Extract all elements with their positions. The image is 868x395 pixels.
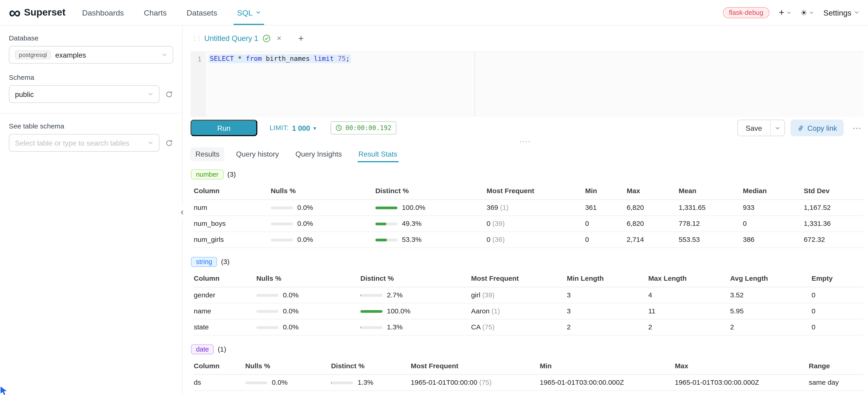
cell-distinct: 100.0% bbox=[375, 200, 487, 216]
sun-icon: ☀ bbox=[800, 8, 807, 17]
distinct-pct: 2.7% bbox=[387, 291, 403, 299]
sql-keyword: from bbox=[246, 55, 262, 63]
save-split-button: Save bbox=[737, 120, 784, 136]
distinct-pct: 1.3% bbox=[387, 324, 403, 331]
mf-value: girl bbox=[471, 291, 480, 299]
cell-mean: 778.12 bbox=[679, 216, 743, 232]
mf-count: (75) bbox=[482, 324, 495, 331]
col-header: Max Length bbox=[648, 270, 730, 287]
header-row: Column Nulls % Distinct % Most Frequent … bbox=[194, 358, 864, 375]
distinct-pct: 100.0% bbox=[387, 307, 410, 315]
sql-text bbox=[334, 55, 338, 63]
sql-text: ; bbox=[346, 55, 350, 63]
nulls-pct: 0.0% bbox=[283, 324, 299, 331]
more-options-button[interactable]: ⋯ bbox=[850, 123, 863, 133]
chevron-down-icon bbox=[162, 52, 167, 58]
mf-value: 1965-01-01T00:00:00 bbox=[411, 379, 477, 387]
cell-max: 2,714 bbox=[627, 232, 679, 248]
toolbar-right: Save Copy link ⋯ bbox=[737, 120, 864, 136]
superset-sql-lab: ∞ Superset Dashboards Charts Datasets SQ… bbox=[0, 0, 868, 395]
copy-link-button[interactable]: Copy link bbox=[790, 120, 844, 136]
new-item-button[interactable]: + bbox=[779, 9, 791, 17]
nav-item-dashboards[interactable]: Dashboards bbox=[82, 0, 124, 25]
refresh-schemas-icon[interactable] bbox=[165, 90, 173, 98]
tab-query-history[interactable]: Query history bbox=[231, 147, 284, 161]
table-select[interactable]: Select table or type to search tables bbox=[9, 134, 159, 152]
save-button[interactable]: Save bbox=[738, 120, 770, 136]
cell-max: 6,820 bbox=[627, 216, 679, 232]
col-header: Most Frequent bbox=[471, 270, 567, 287]
pane-resizer-handle[interactable]: •••• bbox=[183, 139, 868, 145]
nulls-pct: 0.0% bbox=[297, 204, 313, 211]
col-header: Min Length bbox=[567, 270, 648, 287]
col-header: Avg Length bbox=[730, 270, 811, 287]
col-header: Column bbox=[194, 358, 245, 375]
cell-nulls: 0.0% bbox=[256, 287, 360, 303]
collapse-panel-button[interactable]: ‹ bbox=[177, 206, 187, 219]
superset-brand[interactable]: ∞ Superset bbox=[9, 5, 66, 20]
nulls-bar bbox=[245, 381, 268, 384]
cell-distinct: 49.3% bbox=[375, 216, 487, 232]
schema-field: Schema public bbox=[9, 73, 173, 103]
schema-select[interactable]: public bbox=[9, 85, 159, 103]
sql-code-editor[interactable]: 1 SELECT * from birth_names limit 75; bbox=[190, 52, 863, 117]
cell-stddev: 672.32 bbox=[804, 232, 864, 248]
cell-nulls: 0.0% bbox=[271, 200, 375, 216]
nulls-bar bbox=[256, 310, 278, 312]
settings-label: Settings bbox=[824, 8, 851, 17]
cell-avg-length: 2 bbox=[730, 319, 811, 335]
close-tab-icon[interactable]: ✕ bbox=[277, 35, 282, 42]
chevron-down-icon bbox=[809, 10, 814, 14]
nav-item-datasets[interactable]: Datasets bbox=[186, 0, 217, 25]
theme-toggle-button[interactable]: ☀ bbox=[800, 8, 814, 17]
tab-result-stats[interactable]: Result Stats bbox=[353, 147, 402, 161]
cell-nulls: 0.0% bbox=[245, 375, 331, 391]
cell-min-length: 3 bbox=[567, 287, 648, 303]
distinct-pct: 53.3% bbox=[402, 236, 422, 244]
nulls-bar bbox=[256, 294, 278, 297]
cell-nulls: 0.0% bbox=[256, 319, 360, 335]
tab-results[interactable]: Results bbox=[190, 147, 224, 161]
nulls-pct: 0.0% bbox=[283, 307, 299, 315]
editor-print-margin bbox=[474, 52, 475, 117]
mf-value: Aaron bbox=[471, 307, 490, 315]
database-select[interactable]: postgresql examples bbox=[9, 46, 173, 64]
limit-label: LIMIT: bbox=[270, 124, 289, 132]
query-tab[interactable]: ⋮⋮ Untitled Query 1 ✕ bbox=[190, 34, 286, 42]
nav-label: Datasets bbox=[186, 8, 217, 17]
cell-column: name bbox=[194, 303, 256, 319]
save-options-caret[interactable] bbox=[770, 120, 784, 136]
table-schema-label: See table schema bbox=[9, 122, 173, 130]
main-menu: Dashboards Charts Datasets SQL bbox=[82, 0, 261, 25]
database-value: examples bbox=[55, 51, 86, 59]
editor-toolbar: Run LIMIT: 1 000 ▾ 00:00:00.192 Save bbox=[190, 117, 863, 139]
mf-value: 0 bbox=[487, 236, 491, 244]
tab-query-insights[interactable]: Query Insights bbox=[290, 147, 347, 161]
nav-label: Dashboards bbox=[82, 8, 124, 17]
cell-distinct: 1.3% bbox=[361, 319, 471, 335]
distinct-bar bbox=[375, 206, 397, 209]
settings-menu[interactable]: Settings bbox=[824, 8, 859, 17]
result-stats-pane: number (3) Column Nulls % Distinct % Mos… bbox=[190, 164, 868, 395]
add-query-tab-button[interactable]: + bbox=[298, 33, 304, 44]
database-label: Database bbox=[9, 34, 173, 42]
nav-item-sql[interactable]: SQL bbox=[237, 0, 261, 25]
table-row: num 0.0% 100.0% 369 (1) 361 6,820 1,331.… bbox=[194, 200, 864, 216]
run-button[interactable]: Run bbox=[190, 120, 257, 136]
distinct-bar bbox=[375, 222, 397, 225]
cell-stddev: 1,331.36 bbox=[804, 216, 864, 232]
nav-item-charts[interactable]: Charts bbox=[144, 0, 166, 25]
environment-tag: flask-debug bbox=[723, 7, 770, 18]
cell-mean: 1,331.65 bbox=[679, 200, 743, 216]
sql-text: * bbox=[234, 55, 246, 63]
cell-nulls: 0.0% bbox=[271, 232, 375, 248]
col-header: Mean bbox=[679, 183, 743, 200]
refresh-tables-icon[interactable] bbox=[165, 139, 173, 147]
limit-dropdown[interactable]: LIMIT: 1 000 ▾ bbox=[270, 124, 316, 132]
cell-most-frequent: Aaron (1) bbox=[471, 303, 567, 319]
cell-max: 1965-01-01T03:00:00.000Z bbox=[675, 375, 809, 391]
col-header: Empty bbox=[811, 270, 864, 287]
cell-column: num_girls bbox=[194, 232, 271, 248]
navbar-right: flask-debug + ☀ Settings bbox=[723, 7, 859, 18]
drag-handle-icon[interactable]: ⋮⋮ bbox=[191, 35, 200, 42]
